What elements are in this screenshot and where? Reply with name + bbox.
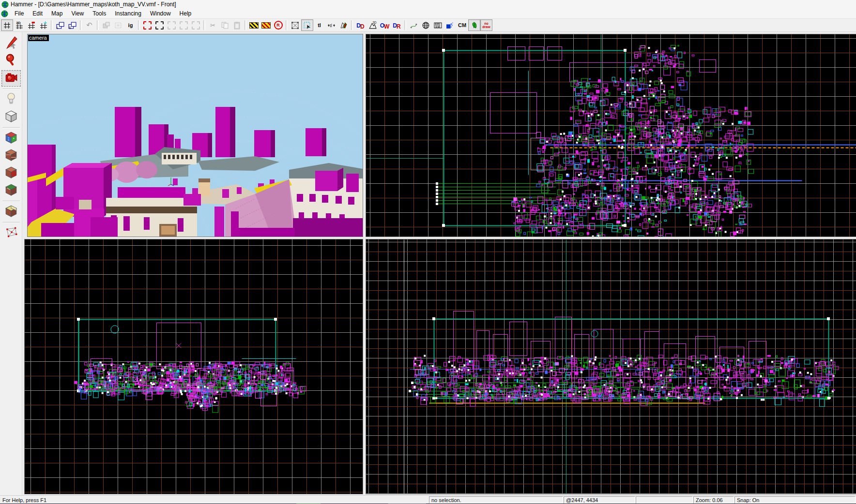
overlay-icon: [4, 183, 18, 198]
smaller-grid-button[interactable]: [25, 19, 37, 31]
sidebar-separator: [2, 89, 20, 89]
menu-bar: FileEditMapViewToolsInstancingWindowHelp: [0, 9, 856, 19]
toggle-overlays-button[interactable]: OW: [379, 19, 391, 31]
sidebar-separator: [2, 222, 20, 223]
2d-side-canvas[interactable]: [366, 239, 856, 494]
texapp-icon: [4, 131, 18, 146]
foliage-toggle-button[interactable]: [468, 19, 480, 31]
entity-tool[interactable]: [1, 91, 21, 108]
status-snap: Snap: On: [734, 496, 856, 504]
toolbar-separator: [351, 20, 353, 30]
status-zoom: Zoom: 0.06: [693, 496, 734, 504]
status-selection: no selection.: [429, 496, 563, 504]
toolbar-separator: [97, 20, 99, 30]
menu-map[interactable]: Map: [47, 9, 67, 18]
applytex-icon: [4, 148, 18, 163]
apply-decals[interactable]: [1, 165, 21, 181]
window-title: Hammer - [D:\Games\Hammer_maps\koth_map_…: [11, 1, 176, 8]
2d-top-canvas[interactable]: [366, 34, 856, 237]
block-tool[interactable]: [1, 109, 21, 125]
menu-tools[interactable]: Tools: [88, 9, 110, 18]
texture-lock-button[interactable]: [248, 19, 260, 31]
main-toolbar: 3DLS↶ig✂RtltlDD3DOWDRCMnodraw: [0, 19, 856, 32]
viewport-2d-front[interactable]: [24, 239, 363, 494]
camera-tool[interactable]: [1, 70, 21, 87]
3d-scene: [28, 34, 363, 237]
viewport-2d-side[interactable]: [366, 239, 856, 494]
displacement-mask-button[interactable]: [337, 19, 350, 31]
viewport-label-camera: camera: [28, 35, 49, 41]
svg-text:3D: 3D: [373, 21, 377, 24]
texture-lock-tl-button[interactable]: tl: [313, 19, 325, 31]
selection-tool[interactable]: [1, 35, 21, 52]
hammer-app-icon: [1, 1, 9, 8]
hammer-doc-icon: [1, 10, 8, 17]
toolbar-separator: [245, 20, 246, 30]
vertex-tool[interactable]: [1, 225, 21, 241]
select-mode-solids-button: [166, 19, 178, 31]
carve-button: [100, 19, 112, 31]
toolbar-separator: [404, 20, 406, 30]
2d-front-canvas[interactable]: [25, 239, 363, 494]
toggle-grid-button[interactable]: [1, 19, 13, 31]
copy-button: [219, 19, 231, 31]
toggle-group-ignore-button[interactable]: ig: [124, 19, 137, 31]
toggle-detail-render-button[interactable]: DR: [391, 19, 403, 31]
magnify-icon: [4, 53, 18, 69]
menu-window[interactable]: Window: [146, 9, 175, 18]
clipping-tool[interactable]: [1, 204, 21, 220]
decal-icon: [4, 165, 18, 181]
paste-button: [231, 19, 243, 31]
sidebar-separator: [2, 201, 20, 202]
toolbar-separator: [51, 20, 53, 30]
nodraw-toggle-button[interactable]: nodraw: [480, 19, 492, 31]
toggle-3d-grid-button[interactable]: 3D: [13, 19, 25, 31]
smoothing-groups-button[interactable]: [420, 19, 432, 31]
status-bar: For Help, press F1 no selection. @2447, …: [0, 495, 856, 504]
select-mode-groups-button[interactable]: [141, 19, 153, 31]
vertex-icon: [4, 225, 18, 241]
svg-text:3D: 3D: [16, 21, 21, 25]
ungroup-button: [190, 19, 202, 31]
toolbar-separator: [138, 20, 140, 30]
select-bounds-button[interactable]: [289, 19, 301, 31]
menu-view[interactable]: View: [67, 9, 88, 18]
toolbar-separator: [203, 20, 205, 30]
arrow-icon: [4, 36, 18, 51]
map-tools-sidebar: [0, 32, 22, 495]
toggle-detail-objects-button[interactable]: DD: [354, 19, 367, 31]
texture-window-button[interactable]: [432, 19, 444, 31]
make-hollow-button: [112, 19, 124, 31]
texture-lock-scale-button[interactable]: tl: [325, 19, 337, 31]
viewport-zone: camera: [22, 32, 856, 495]
status-size: [636, 496, 693, 504]
undo-button: ↶: [83, 19, 95, 31]
cordon-mode-button[interactable]: CM: [456, 19, 468, 31]
toolbar-separator: [80, 20, 82, 30]
apply-current-texture[interactable]: [1, 148, 21, 164]
magnify-tool[interactable]: [1, 53, 21, 69]
entity-icon: [4, 92, 18, 107]
clip-icon: [4, 204, 18, 220]
menu-file[interactable]: File: [10, 9, 28, 18]
larger-grid-button[interactable]: [37, 19, 49, 31]
overlay-tool[interactable]: [1, 182, 21, 199]
menu-help[interactable]: Help: [175, 9, 196, 18]
texture-application-tool[interactable]: [1, 130, 21, 147]
toggle-3d-terrain-button[interactable]: 3D: [367, 19, 379, 31]
rotation-lock-button[interactable]: R: [272, 19, 284, 31]
save-window-state-button[interactable]: S: [66, 19, 78, 31]
menu-edit[interactable]: Edit: [28, 9, 47, 18]
magnify-selection-button[interactable]: [301, 19, 313, 31]
load-window-state-button[interactable]: L: [54, 19, 66, 31]
viewport-2d-top[interactable]: [366, 34, 856, 237]
menu-instancing[interactable]: Instancing: [110, 9, 146, 18]
select-mode-objects-button[interactable]: [153, 19, 166, 31]
svg-text:S: S: [69, 25, 71, 29]
cut-button: ✂: [207, 19, 219, 31]
morph-scale-button[interactable]: [408, 19, 420, 31]
texture-scaling-lock-button[interactable]: [260, 19, 272, 31]
viewport-3d-camera[interactable]: camera: [27, 34, 363, 237]
sidebar-separator: [2, 127, 20, 128]
fade-preview-button[interactable]: [444, 19, 456, 31]
